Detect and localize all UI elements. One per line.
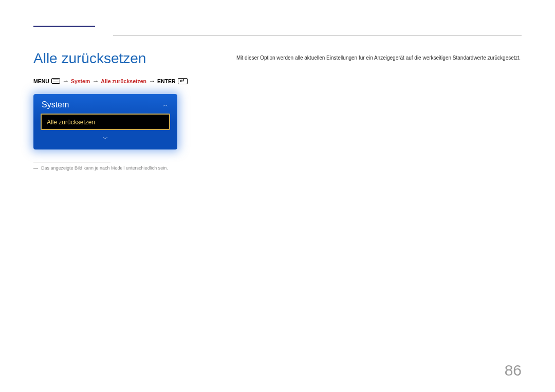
chevron-down-icon[interactable]: ﹀ bbox=[41, 135, 170, 142]
breadcrumb-reset-all: Alle zurücksetzen bbox=[101, 78, 146, 84]
tv-menu-footer: ﹀ bbox=[41, 130, 170, 144]
page-content: Alle zurücksetzen Mit dieser Option werd… bbox=[33, 31, 522, 171]
enter-label: ENTER bbox=[157, 78, 176, 84]
tv-menu-item-label: Alle zurücksetzen bbox=[47, 119, 95, 126]
menu-label: MENU bbox=[33, 78, 49, 84]
footnote: ― Das angezeigte Bild kann je nach Model… bbox=[33, 165, 522, 171]
section-marker bbox=[33, 26, 95, 27]
footnote-divider bbox=[33, 162, 110, 162]
arrow-icon: → bbox=[62, 77, 69, 85]
breadcrumb-system: System bbox=[71, 78, 90, 84]
arrow-icon: → bbox=[149, 77, 155, 85]
chevron-up-icon[interactable]: ︿ bbox=[163, 101, 168, 108]
tv-menu-item-reset-all[interactable]: Alle zurücksetzen bbox=[41, 114, 170, 130]
menu-icon bbox=[51, 78, 60, 84]
tv-menu-title: System bbox=[42, 100, 69, 109]
manual-page: Alle zurücksetzen Mit dieser Option werd… bbox=[0, 0, 555, 392]
menu-breadcrumb: MENU → System → Alle zurücksetzen → ENTE… bbox=[33, 77, 522, 85]
footnote-text: Das angezeigte Bild kann je nach Modell … bbox=[41, 165, 168, 171]
footnote-marker: ― bbox=[33, 165, 38, 171]
page-number: 86 bbox=[505, 362, 522, 379]
tv-menu-header: System ︿ bbox=[41, 99, 170, 114]
tv-osd-menu: System ︿ Alle zurücksetzen ﹀ bbox=[33, 94, 177, 150]
enter-icon bbox=[178, 78, 188, 84]
feature-description: Mit dieser Option werden alle aktuellen … bbox=[236, 54, 522, 62]
arrow-icon: → bbox=[92, 77, 99, 85]
